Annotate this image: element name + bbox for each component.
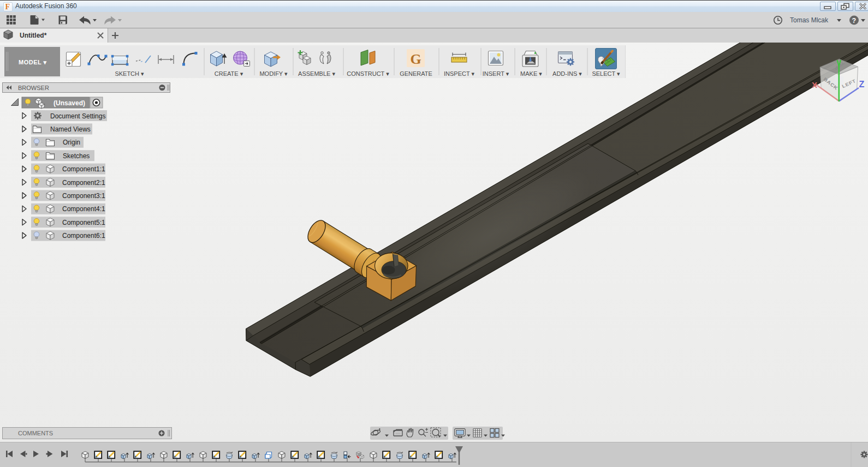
svg-text:G: G [410, 51, 421, 67]
svg-text:?: ? [852, 17, 857, 25]
svg-text:Component5:1: Component5:1 [62, 219, 105, 226]
svg-text:Origin: Origin [63, 139, 80, 146]
svg-text:Document Settings: Document Settings [50, 112, 105, 120]
svg-text:SKETCH ▾: SKETCH ▾ [115, 70, 144, 77]
svg-text:SELECT ▾: SELECT ▾ [592, 70, 620, 77]
svg-text:CONSTRUCT ▾: CONSTRUCT ▾ [347, 70, 389, 77]
svg-text:GENERATE: GENERATE [400, 70, 432, 77]
svg-text:Component6:1: Component6:1 [62, 232, 105, 240]
svg-text:X: X [812, 80, 817, 89]
svg-text:BROWSER: BROWSER [18, 85, 49, 91]
svg-text:ADD-INS ▾: ADD-INS ▾ [552, 70, 582, 77]
svg-text:Tomas Mlcak: Tomas Mlcak [790, 16, 829, 24]
svg-text:Sketches: Sketches [63, 152, 90, 160]
svg-text:Named Views: Named Views [50, 125, 91, 133]
svg-text:Component1:1: Component1:1 [62, 165, 105, 173]
svg-text:(Unsaved): (Unsaved) [53, 99, 85, 107]
svg-text:ASSEMBLE ▾: ASSEMBLE ▾ [298, 70, 335, 77]
svg-text:COMMENTS: COMMENTS [18, 430, 53, 436]
svg-text:Z: Z [859, 80, 865, 89]
svg-text:CREATE ▾: CREATE ▾ [215, 70, 243, 77]
svg-text:MAKE ▾: MAKE ▾ [520, 70, 542, 77]
svg-text:MODIFY ▾: MODIFY ▾ [259, 70, 288, 77]
svg-text:INSPECT ▾: INSPECT ▾ [444, 70, 475, 77]
svg-text:Component2:1: Component2:1 [62, 179, 105, 187]
svg-text:INSERT ▾: INSERT ▾ [483, 70, 509, 77]
svg-text:Component4:1: Component4:1 [62, 205, 105, 213]
svg-text:Component3:1: Component3:1 [62, 192, 105, 200]
